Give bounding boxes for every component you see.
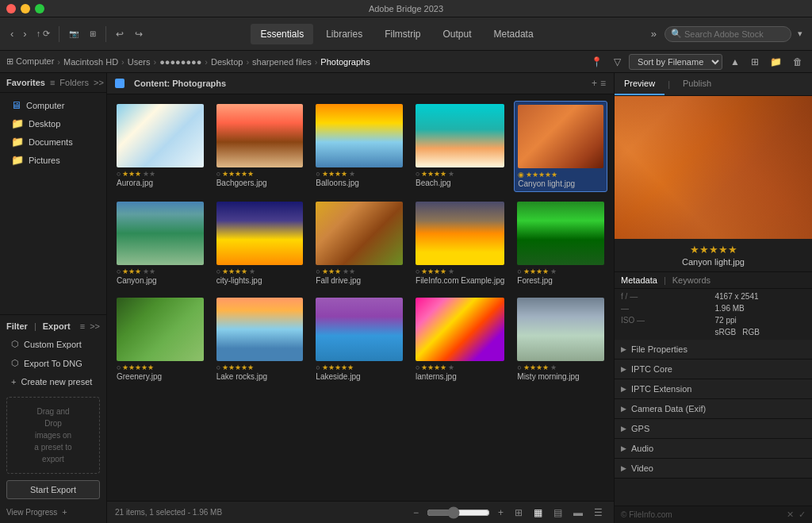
batch-icon: ⊞ <box>90 29 96 38</box>
thumbnail-city-lights[interactable]: ○ ★★★★★ city-lights.jpg <box>213 198 307 288</box>
panel-expand-button[interactable]: >> <box>94 78 104 87</box>
computer-icon: 🖥 <box>11 99 21 111</box>
thumb-name-lakeside: Lakeside.jpg <box>316 372 403 381</box>
maximize-button[interactable] <box>35 4 44 13</box>
view-progress-add-button[interactable]: + <box>62 507 67 517</box>
video-header[interactable]: ▶ Video <box>615 459 812 478</box>
thumbnail-aurora[interactable]: ○ ★★★★★ Aurora.jpg <box>113 101 207 192</box>
zoom-slider[interactable] <box>427 506 490 519</box>
thumbnail-fall-drive[interactable]: ○ ★★★★★ Fall drive.jpg <box>312 198 406 288</box>
thumb-name-aurora: Aurora.jpg <box>117 179 204 187</box>
breadcrumb-desktop[interactable]: Desktop <box>211 57 243 67</box>
tab-preview[interactable]: Preview <box>615 73 665 95</box>
thumbnail-canyon-light[interactable]: ◉ ★★★★★ Canyon light.jpg <box>514 101 607 192</box>
breadcrumb-username[interactable]: ●●●●●●●● <box>159 57 201 67</box>
breadcrumb-macintosh[interactable]: Macintosh HD <box>63 57 118 67</box>
favorites-item-pictures[interactable]: 📁 Pictures <box>3 151 103 169</box>
view-list-button[interactable]: ▤ <box>550 506 565 520</box>
thumbnail-canyon[interactable]: ○ ★★★★★ Canyon.jpg <box>113 198 207 288</box>
camera-data-section: ▶ Camera Data (Exif) <box>615 399 812 419</box>
tab-output[interactable]: Output <box>434 24 481 44</box>
tab-publish[interactable]: Publish <box>673 73 721 95</box>
favorites-item-documents[interactable]: 📁 Documents <box>3 133 103 151</box>
export-dng-item[interactable]: ⬡ Export To DNG <box>3 354 103 372</box>
desktop-icon: 📁 <box>11 117 24 129</box>
watermark-close-button[interactable]: ✕ <box>787 510 794 520</box>
content-add-button[interactable]: + <box>592 78 597 89</box>
batch-rename-button[interactable]: ⊞ <box>85 27 101 40</box>
sort-select[interactable]: Sort by Filename <box>629 54 722 70</box>
view-detail-button[interactable]: ☰ <box>591 506 606 520</box>
thumbnail-lakeside[interactable]: ○ ★★★★★ Lakeside.jpg <box>312 294 406 384</box>
thumbnail-lanterns[interactable]: ○ ★★★★★ lanterns.jpg <box>412 294 508 384</box>
file-properties-header[interactable]: ▶ File Properties <box>615 340 812 359</box>
new-folder-button[interactable]: 📁 <box>767 55 785 69</box>
breadcrumb-users[interactable]: Users <box>128 57 151 67</box>
favorites-item-desktop[interactable]: 📁 Desktop <box>3 114 103 133</box>
view-grid-button[interactable]: ⊞ <box>511 506 526 520</box>
thumbnail-misty-morning[interactable]: ○ ★★★★★ Misty morning.jpg <box>514 294 607 384</box>
favorites-toggle[interactable]: ≡ <box>50 78 55 87</box>
folders-label[interactable]: Folders <box>59 78 89 87</box>
meta-fields: f / — 4167 x 2541 — 1.96 MB ISO — 72 ppi <box>621 292 806 336</box>
thumbnail-fileinfo[interactable]: ○ ★★★★★ FileInfo.com Example.jpg <box>412 198 508 288</box>
camera-data-header[interactable]: ▶ Camera Data (Exif) <box>615 399 812 418</box>
breadcrumb-photographs[interactable]: Photographs <box>320 57 370 67</box>
right-panel: Preview | Publish ★★★★★ Canyon light.jpg… <box>614 73 812 523</box>
view-options-button[interactable]: ⊞ <box>748 55 762 69</box>
thumbnail-balloons[interactable]: ○ ★★★★★ Balloons.jpg <box>312 101 406 192</box>
thumb-name-lanterns: lanterns.jpg <box>416 372 504 381</box>
tab-essentials[interactable]: Essentials <box>251 24 313 44</box>
up-button[interactable]: ↑ ⟳ <box>33 26 55 41</box>
thumbnail-beach[interactable]: ○ ★★★★★ Beach.jpg <box>412 101 508 192</box>
thumb-stars-lake-rocks: ○ ★★★★★ <box>216 363 304 371</box>
content-menu-button[interactable]: ≡ <box>600 78 606 89</box>
watermark-check-button[interactable]: ✓ <box>799 510 806 520</box>
redo-button[interactable]: ↪ <box>130 26 147 42</box>
meta-shutter: — <box>621 304 712 313</box>
view-thumbnails-button[interactable]: ▦ <box>530 506 546 520</box>
start-export-button[interactable]: Start Export <box>6 480 100 499</box>
favorites-item-computer[interactable]: 🖥 Computer <box>3 96 103 114</box>
tab-metadata-panel[interactable]: Metadata <box>621 275 657 285</box>
create-preset-item[interactable]: + Create new preset <box>3 373 103 390</box>
thumbnail-bachgoers[interactable]: ○ ★★★★★ Bachgoers.jpg <box>213 101 307 192</box>
tab-keywords-panel[interactable]: Keywords <box>672 275 710 285</box>
breadcrumb-sharpened-files[interactable]: sharpened files <box>252 57 312 67</box>
thumbnail-lake-rocks[interactable]: ○ ★★★★★ Lake rocks.jpg <box>213 294 307 384</box>
tab-filmstrip[interactable]: Filmstrip <box>375 24 430 44</box>
audio-header[interactable]: ▶ Audio <box>615 439 812 458</box>
close-button[interactable] <box>6 4 16 13</box>
status-bar: 21 items, 1 selected - 1.96 MB − + ⊞ ▦ ▤… <box>107 501 614 523</box>
back-button[interactable]: ‹ <box>6 25 17 42</box>
custom-export-item[interactable]: ⬡ Custom Export <box>3 335 103 353</box>
metadata-grid: f / — 4167 x 2541 — 1.96 MB ISO — 72 ppi <box>615 289 812 340</box>
filter-export-expand[interactable]: >> <box>90 321 100 331</box>
forward-button[interactable]: › <box>19 25 30 42</box>
meta-size: 1.96 MB <box>715 304 806 313</box>
thumbnail-forest[interactable]: ○ ★★★★★ Forest.jpg <box>514 198 607 288</box>
gps-header[interactable]: ▶ GPS <box>615 419 812 438</box>
breadcrumb-computer[interactable]: ⊞ Computer <box>6 56 54 67</box>
camera-raw-button[interactable]: 📷 <box>64 27 83 40</box>
sort-direction-button[interactable]: ▲ <box>727 55 743 69</box>
filter-export-menu[interactable]: ≡ <box>80 321 85 331</box>
delete-button[interactable]: 🗑 <box>790 55 806 69</box>
zoom-minus-button[interactable]: − <box>410 506 422 520</box>
search-dropdown-button[interactable]: ▾ <box>795 27 806 40</box>
reveal-in-finder-button[interactable]: 📍 <box>588 55 606 69</box>
breadcrumb-bar: ⊞ Computer › Macintosh HD › Users › ●●●●… <box>0 51 812 73</box>
filter-button[interactable]: ▽ <box>611 55 624 69</box>
undo-button[interactable]: ↩ <box>111 26 128 42</box>
search-input[interactable] <box>665 26 791 42</box>
tab-metadata[interactable]: Metadata <box>485 24 543 44</box>
zoom-plus-button[interactable]: + <box>495 506 507 520</box>
thumbnail-greenery[interactable]: ○ ★★★★★ Greenery.jpg <box>113 294 207 384</box>
view-filmstrip-button[interactable]: ▬ <box>570 506 586 520</box>
iptc-extension-header[interactable]: ▶ IPTC Extension <box>615 379 812 398</box>
iptc-core-header[interactable]: ▶ IPTC Core <box>615 360 812 379</box>
minimize-button[interactable] <box>21 4 30 13</box>
export-dng-icon: ⬡ <box>11 358 19 368</box>
more-tabs-button[interactable]: » <box>646 25 661 42</box>
tab-libraries[interactable]: Libraries <box>316 24 372 44</box>
